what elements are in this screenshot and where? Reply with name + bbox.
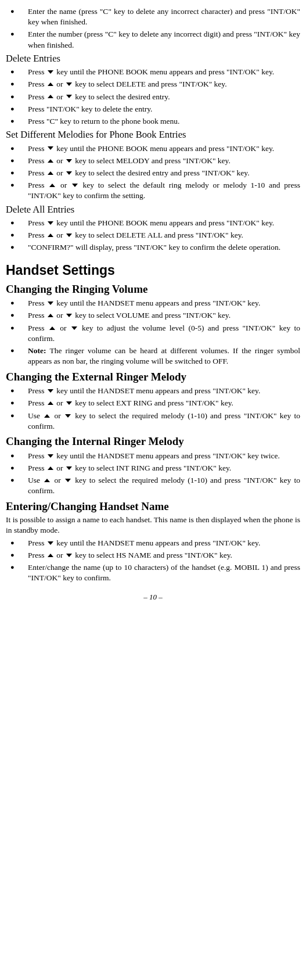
ringing-volume-list: Press key until the HANDSET menu appears… <box>6 298 300 367</box>
melodies-list: Press key until the PHONE BOOK menu appe… <box>6 143 300 202</box>
svg-marker-31 <box>48 554 53 557</box>
svg-marker-3 <box>48 95 53 98</box>
text: Press <box>28 92 46 101</box>
text: or <box>55 464 65 472</box>
svg-marker-10 <box>49 184 55 187</box>
text: key until the HANDSET menu appears and p… <box>55 299 260 307</box>
text: or <box>55 551 65 559</box>
text: key until the HANDSET menu appears and p… <box>55 386 260 395</box>
list-item: Press or key to adjust the volume level … <box>6 323 300 344</box>
svg-marker-23 <box>44 414 50 418</box>
list-item: Press key until the HANDSET menu appears… <box>6 298 300 308</box>
text: key to select the desired entry and pres… <box>73 168 250 177</box>
list-item: Press or key to select INT RING and pres… <box>6 463 300 473</box>
svg-marker-9 <box>66 171 72 175</box>
section-ext-ring: Changing the External Ringer Melody <box>6 369 300 385</box>
list-item: Press or key to select the default ring … <box>6 180 300 201</box>
text: key until the PHONE BOOK menu appears an… <box>55 218 274 227</box>
svg-marker-13 <box>48 234 53 237</box>
svg-marker-16 <box>48 314 53 317</box>
list-item: Press key until the HANDSET menu appears… <box>6 538 300 548</box>
section-delete-entries: Delete Entries <box>6 52 300 65</box>
list-item: Press or key to select EXT RING and pres… <box>6 398 300 408</box>
svg-marker-21 <box>48 401 53 405</box>
text: key to select INT RING and press "INT/OK… <box>73 464 231 472</box>
svg-marker-1 <box>48 82 53 86</box>
svg-marker-5 <box>48 146 53 150</box>
section-hs-name: Entering/Changing Handset Name <box>6 499 300 514</box>
down-arrow-icon <box>66 232 73 238</box>
up-arrow-icon <box>47 400 54 406</box>
list-item: Enter/change the name (up to 10 characte… <box>6 562 300 583</box>
hs-name-intro: It is possible to assign a name to each … <box>6 515 300 536</box>
down-arrow-icon <box>66 552 73 558</box>
text: key to select VOLUME and press "INT/OK" … <box>73 311 231 320</box>
delete-all-list: Press key until the PHONE BOOK menu appe… <box>6 218 300 253</box>
down-arrow-icon <box>47 388 54 394</box>
svg-marker-7 <box>66 159 72 163</box>
up-arrow-icon <box>47 313 54 318</box>
list-item: Press "INT/OK" key to delete the entry. <box>6 104 300 114</box>
up-arrow-icon <box>47 94 54 99</box>
text: key to select the desired entry. <box>73 92 170 101</box>
text: Press <box>28 80 46 88</box>
list-item: Press or key to select the desired entry… <box>6 92 300 102</box>
up-arrow-icon <box>47 170 54 176</box>
svg-marker-26 <box>48 466 53 470</box>
text: key to select DELETE ALL and press "INT/… <box>73 231 243 239</box>
text: or <box>55 399 65 407</box>
text: Press <box>28 181 48 189</box>
text: Use <box>28 411 43 420</box>
text: or <box>55 156 65 165</box>
list-item: Press key until the PHONE BOOK menu appe… <box>6 67 300 77</box>
svg-marker-2 <box>66 82 72 86</box>
text: or <box>55 168 65 177</box>
text: Use <box>28 476 43 484</box>
text: key until the PHONE BOOK menu appears an… <box>55 144 274 153</box>
up-arrow-icon <box>44 413 51 419</box>
down-arrow-icon <box>66 313 73 318</box>
up-arrow-icon <box>47 232 54 238</box>
svg-marker-17 <box>66 314 72 317</box>
svg-marker-24 <box>65 414 71 418</box>
text: Press <box>28 311 46 320</box>
list-item: Press "C" key to return to the phone boo… <box>6 116 300 127</box>
text: Press <box>28 218 46 227</box>
intro-list: Enter the name (press "C" key to delete … <box>6 6 300 51</box>
text: or <box>51 476 64 484</box>
list-item: Enter the number (press "C" key to delet… <box>6 29 300 50</box>
down-arrow-icon <box>66 94 73 99</box>
text: The ringer volume can be heard at differ… <box>28 346 300 365</box>
text: or <box>55 80 65 88</box>
text: key to select MELODY and press "INT/OK" … <box>73 156 231 165</box>
down-arrow-icon <box>66 465 73 471</box>
svg-marker-30 <box>48 541 53 545</box>
down-arrow-icon <box>71 325 78 331</box>
down-arrow-icon <box>66 81 73 87</box>
list-item: "CONFIRM?" will display, press "INT/OK" … <box>6 242 300 253</box>
up-arrow-icon <box>47 465 54 471</box>
section-int-ring: Changing the Internal Ringer Melody <box>6 434 300 449</box>
list-item: Press or key to select DELETE ALL and pr… <box>6 230 300 240</box>
list-item: Press or key to select VOLUME and press … <box>6 310 300 321</box>
svg-marker-18 <box>49 326 55 330</box>
text: Press <box>28 464 46 472</box>
text: key to select HS NAME and press "INT/OK"… <box>73 551 232 559</box>
up-arrow-icon <box>47 552 54 558</box>
list-item: Press key until the HANDSET menu appears… <box>6 451 300 461</box>
text: Press <box>28 231 46 239</box>
svg-marker-19 <box>71 326 77 330</box>
text: Press <box>28 324 48 332</box>
down-arrow-icon <box>71 182 78 188</box>
down-arrow-icon <box>47 300 54 306</box>
text: key to select EXT RING and press "INT/OK… <box>73 399 233 407</box>
note-label: Note: <box>28 346 46 355</box>
section-delete-all: Delete All Entries <box>6 203 300 216</box>
down-arrow-icon <box>66 170 73 176</box>
text: or <box>56 324 70 332</box>
down-arrow-icon <box>47 145 54 151</box>
svg-marker-4 <box>66 95 72 98</box>
svg-marker-11 <box>72 184 78 187</box>
list-item: Press key until the PHONE BOOK menu appe… <box>6 143 300 154</box>
text: key until the HANDSET menu appears and p… <box>55 451 280 460</box>
